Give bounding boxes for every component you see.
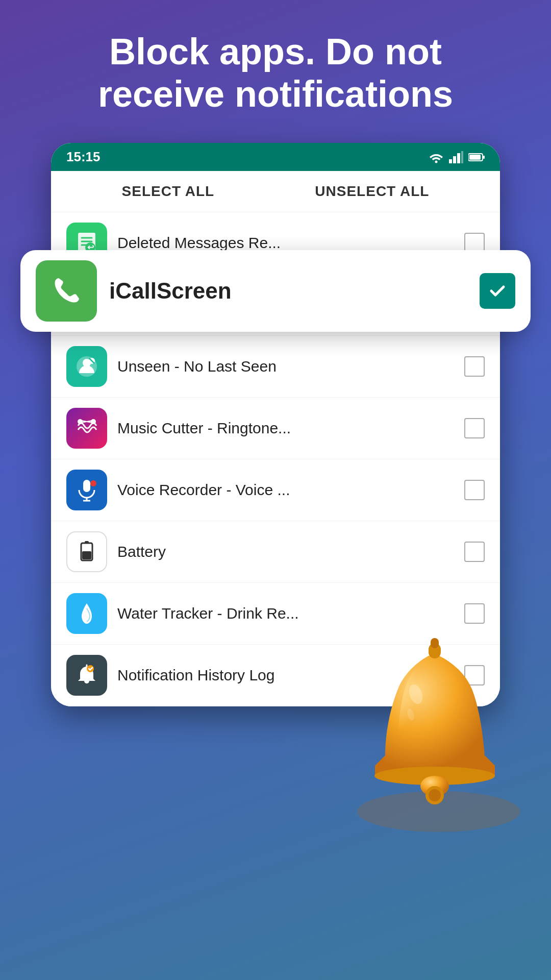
svg-rect-29 xyxy=(83,480,90,492)
app-checkbox[interactable] xyxy=(464,603,485,624)
app-icon-water-tracker xyxy=(66,593,107,634)
unselect-all-button[interactable]: UNSELECT ALL xyxy=(315,183,429,200)
svg-rect-7 xyxy=(483,156,485,159)
svg-point-36 xyxy=(87,665,94,672)
svg-point-0 xyxy=(435,160,438,163)
app-checkbox[interactable] xyxy=(464,356,485,377)
battery-status-icon xyxy=(468,153,485,162)
app-name: Deleted Messages Re... xyxy=(117,234,454,252)
wifi-icon xyxy=(429,151,444,163)
app-name: Unseen - No Last Seen xyxy=(117,358,454,375)
featured-app-card[interactable]: iCallScreen xyxy=(20,250,531,332)
app-icon-music-cutter xyxy=(66,408,107,449)
signal-icon xyxy=(449,151,463,163)
svg-rect-1 xyxy=(449,159,452,163)
featured-app-name: iCallScreen xyxy=(109,278,467,304)
svg-rect-43 xyxy=(431,638,439,648)
app-checkbox[interactable] xyxy=(464,418,485,438)
app-icon-notification-history xyxy=(66,655,107,696)
phone-mockup: 15:15 SELECT ALL UN xyxy=(51,143,500,706)
list-item[interactable]: Battery xyxy=(51,521,500,583)
app-icon-unseen xyxy=(66,346,107,387)
app-name: Battery xyxy=(117,543,454,560)
svg-rect-3 xyxy=(457,153,460,163)
app-checkbox[interactable] xyxy=(464,542,485,562)
bell-decoration xyxy=(327,623,541,837)
svg-point-41 xyxy=(429,789,441,801)
svg-point-25 xyxy=(78,419,83,424)
featured-app-icon xyxy=(36,260,97,322)
status-bar: 15:15 xyxy=(51,143,500,171)
list-item[interactable]: Voice Recorder - Voice ... xyxy=(51,459,500,521)
select-bar: SELECT ALL UNSELECT ALL xyxy=(51,171,500,212)
svg-rect-34 xyxy=(85,541,89,544)
status-icons xyxy=(429,151,485,163)
svg-rect-2 xyxy=(453,156,456,163)
select-all-button[interactable]: SELECT ALL xyxy=(122,183,215,200)
status-time: 15:15 xyxy=(66,149,101,165)
app-name: Music Cutter - Ringtone... xyxy=(117,420,454,437)
featured-app-checkbox[interactable] xyxy=(480,273,515,309)
app-icon-battery xyxy=(66,531,107,572)
list-item[interactable]: Music Cutter - Ringtone... xyxy=(51,398,500,459)
svg-point-26 xyxy=(91,419,96,424)
svg-point-32 xyxy=(90,480,96,486)
list-item[interactable]: Unseen - No Last Seen xyxy=(51,336,500,398)
app-icon-voice-recorder xyxy=(66,470,107,510)
svg-rect-4 xyxy=(461,151,463,163)
svg-rect-6 xyxy=(469,155,481,160)
app-name: Voice Recorder - Voice ... xyxy=(117,481,454,499)
app-checkbox[interactable] xyxy=(464,480,485,500)
app-name: Water Tracker - Drink Re... xyxy=(117,605,454,622)
svg-rect-35 xyxy=(82,551,91,559)
header-title: Block apps. Do not receive notifications xyxy=(0,31,551,115)
